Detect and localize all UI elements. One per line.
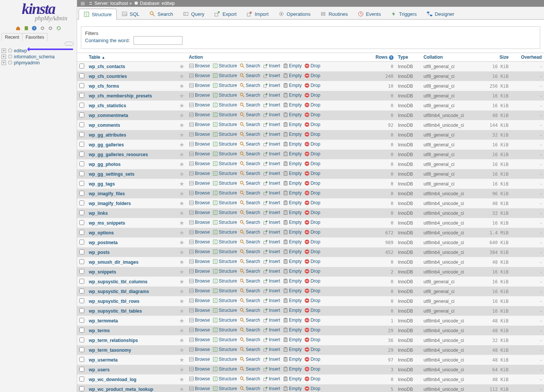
navsettings2-icon[interactable] bbox=[48, 26, 53, 31]
structure-link[interactable]: Structure bbox=[213, 141, 237, 147]
browse-link[interactable]: Browse bbox=[189, 259, 210, 264]
drop-link[interactable]: Drop bbox=[304, 337, 320, 342]
structure-link[interactable]: Structure bbox=[213, 278, 237, 284]
tree-item-editwp[interactable]: +editwp bbox=[2, 48, 75, 54]
docs-icon[interactable] bbox=[32, 26, 37, 31]
reload-icon[interactable] bbox=[56, 26, 61, 31]
browse-link[interactable]: Browse bbox=[189, 93, 210, 98]
empty-link[interactable]: Empty bbox=[283, 93, 302, 98]
empty-link[interactable]: Empty bbox=[283, 269, 302, 274]
structure-link[interactable]: Structure bbox=[213, 200, 237, 205]
search-link[interactable]: Search bbox=[240, 171, 260, 176]
insert-link[interactable]: Insert bbox=[263, 249, 280, 254]
empty-link[interactable]: Empty bbox=[283, 318, 302, 323]
row-checkbox[interactable] bbox=[79, 191, 84, 196]
insert-link[interactable]: Insert bbox=[263, 239, 280, 245]
favorite-icon[interactable]: ★ bbox=[179, 269, 184, 275]
structure-link[interactable]: Structure bbox=[213, 366, 237, 372]
tab-search[interactable]: Search bbox=[144, 8, 178, 19]
favorite-icon[interactable]: ★ bbox=[179, 308, 184, 314]
row-checkbox[interactable] bbox=[79, 298, 84, 303]
search-link[interactable]: Search bbox=[240, 239, 260, 245]
filters-input[interactable] bbox=[134, 36, 182, 45]
empty-link[interactable]: Empty bbox=[283, 161, 302, 166]
favorite-icon[interactable]: ★ bbox=[179, 386, 184, 392]
empty-link[interactable]: Empty bbox=[283, 141, 302, 147]
browse-link[interactable]: Browse bbox=[189, 102, 210, 108]
empty-link[interactable]: Empty bbox=[283, 239, 302, 245]
favorite-icon[interactable]: ★ bbox=[179, 318, 184, 324]
favorite-icon[interactable]: ★ bbox=[179, 102, 184, 109]
tab-events[interactable]: Events bbox=[353, 8, 386, 19]
structure-link[interactable]: Structure bbox=[213, 357, 237, 362]
help-icon[interactable]: ? bbox=[389, 55, 394, 60]
insert-link[interactable]: Insert bbox=[263, 366, 280, 372]
drop-link[interactable]: Drop bbox=[304, 386, 320, 391]
favorite-icon[interactable]: ★ bbox=[179, 249, 184, 255]
browse-link[interactable]: Browse bbox=[189, 278, 210, 284]
table-name-link[interactable]: wp_wc_download_log bbox=[89, 377, 137, 382]
tab-routines[interactable]: Routines bbox=[315, 8, 353, 19]
row-checkbox[interactable] bbox=[79, 171, 84, 176]
empty-link[interactable]: Empty bbox=[283, 132, 302, 137]
table-name-link[interactable]: wp_cfs_forms bbox=[89, 84, 119, 89]
search-link[interactable]: Search bbox=[240, 102, 260, 108]
table-name-link[interactable]: wp_postmeta bbox=[89, 240, 118, 245]
drop-link[interactable]: Drop bbox=[304, 73, 320, 78]
tab-designer[interactable]: Designer bbox=[422, 8, 459, 19]
insert-link[interactable]: Insert bbox=[263, 132, 280, 137]
browse-link[interactable]: Browse bbox=[189, 171, 210, 176]
browse-link[interactable]: Browse bbox=[189, 327, 210, 333]
row-checkbox[interactable] bbox=[79, 83, 84, 88]
empty-link[interactable]: Empty bbox=[283, 298, 302, 303]
drop-link[interactable]: Drop bbox=[304, 229, 320, 235]
table-name-link[interactable]: wp_termmeta bbox=[89, 318, 118, 324]
empty-link[interactable]: Empty bbox=[283, 181, 302, 186]
favorite-icon[interactable]: ★ bbox=[179, 151, 184, 158]
row-checkbox[interactable] bbox=[79, 269, 84, 274]
insert-link[interactable]: Insert bbox=[263, 269, 280, 274]
table-name-link[interactable]: wp_ms_snippets bbox=[89, 220, 125, 226]
breadcrumb-toggle-icon[interactable]: ← bbox=[80, 1, 85, 6]
favorite-icon[interactable]: ★ bbox=[179, 132, 184, 138]
insert-link[interactable]: Insert bbox=[263, 93, 280, 98]
favorite-icon[interactable]: ★ bbox=[179, 112, 184, 119]
insert-link[interactable]: Insert bbox=[263, 229, 280, 235]
browse-link[interactable]: Browse bbox=[189, 112, 210, 117]
search-link[interactable]: Search bbox=[240, 337, 260, 342]
empty-link[interactable]: Empty bbox=[283, 151, 302, 156]
favorite-icon[interactable]: ★ bbox=[179, 288, 184, 295]
favorite-icon[interactable]: ★ bbox=[179, 122, 184, 128]
browse-link[interactable]: Browse bbox=[189, 210, 210, 215]
drop-link[interactable]: Drop bbox=[304, 357, 320, 362]
drop-link[interactable]: Drop bbox=[304, 308, 320, 313]
table-name-link[interactable]: wp_gg_galleries_resources bbox=[89, 152, 148, 157]
structure-link[interactable]: Structure bbox=[213, 239, 237, 245]
drop-link[interactable]: Drop bbox=[304, 141, 320, 147]
sidebar-collapse[interactable] bbox=[0, 41, 77, 48]
structure-link[interactable]: Structure bbox=[213, 132, 237, 137]
empty-link[interactable]: Empty bbox=[283, 386, 302, 391]
structure-link[interactable]: Structure bbox=[213, 347, 237, 352]
search-link[interactable]: Search bbox=[240, 210, 260, 215]
browse-link[interactable]: Browse bbox=[189, 337, 210, 342]
insert-link[interactable]: Insert bbox=[263, 259, 280, 264]
browse-link[interactable]: Browse bbox=[189, 63, 210, 68]
empty-link[interactable]: Empty bbox=[283, 63, 302, 68]
search-link[interactable]: Search bbox=[240, 298, 260, 303]
empty-link[interactable]: Empty bbox=[283, 112, 302, 117]
insert-link[interactable]: Insert bbox=[263, 298, 280, 303]
favorite-icon[interactable]: ★ bbox=[179, 73, 184, 79]
table-name-link[interactable]: wp_terms bbox=[89, 328, 110, 333]
drop-link[interactable]: Drop bbox=[304, 249, 320, 254]
structure-link[interactable]: Structure bbox=[213, 151, 237, 156]
structure-link[interactable]: Structure bbox=[213, 318, 237, 323]
table-name-link[interactable]: wp_supsystic_tbl_rows bbox=[89, 299, 140, 304]
row-checkbox[interactable] bbox=[79, 201, 84, 205]
browse-link[interactable]: Browse bbox=[189, 298, 210, 303]
table-name-link[interactable]: wp_supsystic_tbl_tables bbox=[89, 308, 142, 314]
col-rows[interactable]: Rows ? bbox=[366, 53, 396, 62]
row-checkbox[interactable] bbox=[79, 279, 84, 284]
structure-link[interactable]: Structure bbox=[213, 386, 237, 391]
expand-icon[interactable]: + bbox=[2, 55, 6, 59]
